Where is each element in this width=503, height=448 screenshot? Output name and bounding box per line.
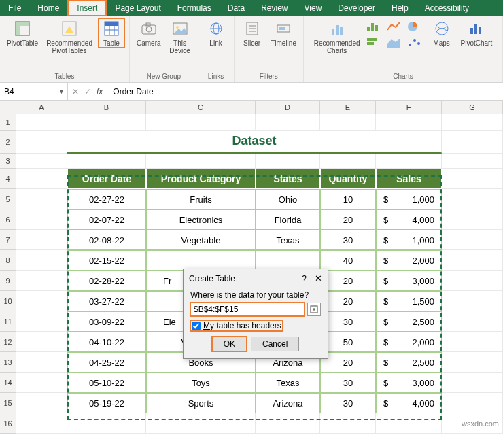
col-header-d[interactable]: D <box>256 101 320 114</box>
row-header-4[interactable]: 4 <box>0 169 16 189</box>
name-box[interactable]: B4 ▼ <box>0 83 68 100</box>
menu-tab-view[interactable]: View <box>296 0 330 16</box>
cell-B7[interactable]: 02-08-22 <box>67 230 146 250</box>
this-device-button[interactable]: ThisDevice <box>167 18 194 56</box>
cell-A11[interactable] <box>16 311 67 332</box>
cell-B9[interactable]: 02-28-22 <box>67 271 146 291</box>
recommended-charts-button[interactable]: RecommendedCharts <box>311 18 363 56</box>
area-chart-icon[interactable] <box>386 37 405 52</box>
cell-E16[interactable] <box>320 413 376 434</box>
cell-D4[interactable]: States <box>256 169 320 189</box>
dialog-close-icon[interactable]: ✕ <box>315 273 322 283</box>
cell-D1[interactable] <box>256 114 320 131</box>
cell-E5[interactable]: 10 <box>320 189 376 209</box>
row-header-8[interactable]: 8 <box>0 250 16 271</box>
cell-F6[interactable]: $4,000 <box>376 209 442 230</box>
scatter-chart-icon[interactable] <box>406 37 426 52</box>
cell-B3[interactable] <box>67 154 146 169</box>
col-header-e[interactable]: E <box>320 101 376 114</box>
cell-E13[interactable]: 20 <box>320 352 376 373</box>
pivottable-button[interactable]: PivotTable <box>4 18 41 48</box>
cell-A3[interactable] <box>16 154 67 169</box>
cell-F15[interactable]: $4,000 <box>376 393 442 413</box>
cell-D14[interactable]: Texas <box>256 373 320 393</box>
cell-G10[interactable] <box>442 291 503 311</box>
cell-G15[interactable] <box>442 393 503 413</box>
cell-G14[interactable] <box>442 373 503 393</box>
cell-E15[interactable]: 30 <box>320 393 376 413</box>
row-header-6[interactable]: 6 <box>0 209 16 230</box>
cell-A15[interactable] <box>16 393 67 413</box>
cell-A13[interactable] <box>16 352 67 373</box>
slicer-button[interactable]: Slicer <box>239 18 266 48</box>
cell-A6[interactable] <box>16 209 67 230</box>
cell-G2[interactable] <box>442 131 503 154</box>
line-chart-icon[interactable] <box>386 20 405 35</box>
cell-A9[interactable] <box>16 271 67 291</box>
cell-B10[interactable]: 03-27-22 <box>67 291 146 311</box>
menu-tab-review[interactable]: Review <box>253 0 296 16</box>
range-picker-icon[interactable] <box>307 303 321 316</box>
col-header-b[interactable]: B <box>67 101 146 114</box>
maps-button[interactable]: Maps <box>428 18 455 48</box>
pivotchart-button[interactable]: PivotChart <box>458 18 496 48</box>
cell-B1[interactable] <box>67 114 146 131</box>
cell-A8[interactable] <box>16 250 67 271</box>
menu-tab-home[interactable]: Home <box>29 0 67 16</box>
hbar-chart-icon[interactable] <box>366 37 385 52</box>
cell-E10[interactable]: 20 <box>320 291 376 311</box>
cell-D15[interactable]: Arizona <box>256 393 320 413</box>
cancel-button[interactable]: Cancel <box>251 337 299 351</box>
row-header-2[interactable]: 2 <box>0 131 16 154</box>
col-header-a[interactable]: A <box>16 101 67 114</box>
formula-input[interactable]: Order Date <box>107 83 503 100</box>
row-header-13[interactable]: 13 <box>0 352 16 373</box>
row-header-5[interactable]: 5 <box>0 189 16 209</box>
row-header-11[interactable]: 11 <box>0 311 16 332</box>
cell-G11[interactable] <box>442 311 503 332</box>
row-header-3[interactable]: 3 <box>0 154 16 169</box>
cell-E9[interactable]: 20 <box>320 271 376 291</box>
cell-A12[interactable] <box>16 332 67 352</box>
cell-B8[interactable]: 02-15-22 <box>67 250 146 271</box>
cell-F12[interactable]: $2,000 <box>376 332 442 352</box>
cell-G13[interactable] <box>442 352 503 373</box>
cell-C1[interactable] <box>146 114 256 131</box>
menu-tab-data[interactable]: Data <box>220 0 253 16</box>
link-button[interactable]: Link <box>203 18 230 48</box>
cell-G7[interactable] <box>442 230 503 250</box>
cell-A5[interactable] <box>16 189 67 209</box>
timeline-button[interactable]: Timeline <box>268 18 299 48</box>
col-header-g[interactable]: G <box>442 101 503 114</box>
name-box-dropdown-icon[interactable]: ▼ <box>58 88 65 95</box>
cell-G4[interactable] <box>442 169 503 189</box>
cell-A16[interactable] <box>16 413 67 434</box>
cell-B11[interactable]: 03-09-22 <box>67 311 146 332</box>
cell-B13[interactable]: 04-25-22 <box>67 352 146 373</box>
accept-formula-icon[interactable]: ✓ <box>84 87 91 97</box>
row-header-16[interactable]: 16 <box>0 413 16 434</box>
cell-G9[interactable] <box>442 271 503 291</box>
cell-G6[interactable] <box>442 209 503 230</box>
cell-D16[interactable] <box>256 413 320 434</box>
menu-tab-help[interactable]: Help <box>383 0 417 16</box>
cell-E4[interactable]: Quantity <box>320 169 376 189</box>
select-all-corner[interactable] <box>0 101 16 114</box>
row-header-15[interactable]: 15 <box>0 393 16 413</box>
cell-F1[interactable] <box>376 114 442 131</box>
cell-B2[interactable]: Dataset <box>67 131 442 154</box>
cell-F13[interactable]: $2,500 <box>376 352 442 373</box>
cell-F3[interactable] <box>376 154 442 169</box>
cell-F8[interactable]: $2,000 <box>376 250 442 271</box>
cancel-formula-icon[interactable]: ✕ <box>72 87 79 97</box>
cell-D8[interactable] <box>256 250 320 271</box>
cell-C15[interactable]: Sports <box>146 393 256 413</box>
cell-B14[interactable]: 05-10-22 <box>67 373 146 393</box>
table-has-headers-checkbox[interactable] <box>192 322 201 330</box>
ok-button[interactable]: OK <box>212 337 247 351</box>
menu-tab-page-layout[interactable]: Page Layout <box>107 0 169 16</box>
cell-F14[interactable]: $3,000 <box>376 373 442 393</box>
cell-D3[interactable] <box>256 154 320 169</box>
row-header-9[interactable]: 9 <box>0 271 16 291</box>
cell-G12[interactable] <box>442 332 503 352</box>
